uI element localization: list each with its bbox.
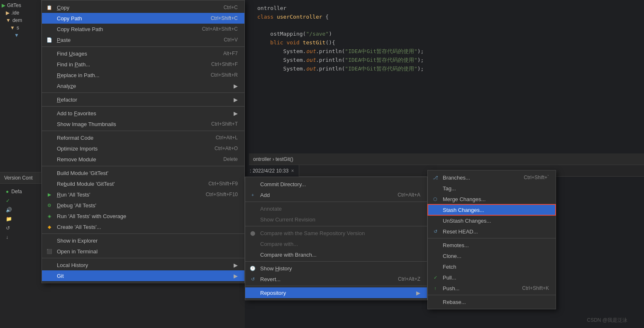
push-icon: ↑ bbox=[432, 285, 439, 292]
tree-item-file[interactable]: ▼ bbox=[0, 32, 41, 39]
tree-item-ide[interactable]: ▶ .ide bbox=[0, 9, 41, 17]
git-menu-revert[interactable]: ↺ Revert... Ctrl+Alt+Z bbox=[245, 274, 427, 284]
tree-item-dem[interactable]: ▼ dem bbox=[0, 17, 41, 24]
refresh-icon: ↺ bbox=[6, 225, 10, 231]
plus-icon: + bbox=[249, 192, 256, 198]
menu-item-copy-path[interactable]: Copy Path Ctrl+Shift+C bbox=[42, 13, 244, 24]
menu-label: Reformat Code bbox=[57, 135, 93, 141]
menu-label: Open in Terminal bbox=[57, 248, 98, 255]
repo-menu-reset-head[interactable]: ↺ Reset HEAD... bbox=[428, 226, 556, 237]
vc-title: Version Cont bbox=[4, 175, 33, 181]
menu-item-find-in-path[interactable]: Find in Path... Ctrl+Shift+F bbox=[42, 59, 244, 70]
menu-item-copy[interactable]: 📋 Copy Ctrl+C bbox=[42, 2, 244, 13]
branch-icon: ● bbox=[6, 189, 9, 194]
folder-label: .ide bbox=[11, 10, 19, 16]
menu-item-add-favorites[interactable]: Add to Favorites ▶ bbox=[42, 108, 244, 119]
menu-item-reformat[interactable]: Reformat Code Ctrl+Alt+L bbox=[42, 132, 244, 143]
menu-item-run-coverage[interactable]: ◈ Run 'All Tests' with Coverage bbox=[42, 211, 244, 221]
git-menu-show-revision: Show Current Revision bbox=[245, 214, 427, 225]
paste-icon: 📄 bbox=[46, 36, 53, 43]
git-menu-show-history[interactable]: 🕐 Show History bbox=[245, 263, 427, 274]
menu-label: Run 'All Tests' with Coverage bbox=[57, 213, 126, 219]
menu-item-analyze[interactable]: Analyze ▶ bbox=[42, 80, 244, 91]
menu-shortcut: Ctrl+C bbox=[224, 5, 238, 10]
menu-label: Revert... bbox=[260, 276, 281, 282]
menu-item-open-terminal[interactable]: ⬛ Open in Terminal bbox=[42, 246, 244, 257]
folder-icon: ▶ bbox=[6, 10, 10, 16]
menu-item-remove-module[interactable]: Remove Module Delete bbox=[42, 154, 244, 165]
repo-menu-fetch[interactable]: Fetch bbox=[428, 261, 556, 272]
tree-item-s[interactable]: ▼ s bbox=[0, 24, 41, 32]
git-menu-commit-dir[interactable]: Commit Directory... bbox=[245, 179, 427, 190]
menu-item-refactor[interactable]: Refactor ▶ bbox=[42, 94, 244, 105]
menu-item-show-explorer[interactable]: Show in Explorer bbox=[42, 235, 244, 246]
menu-item-paste[interactable]: 📄 Paste Ctrl+V bbox=[42, 34, 244, 45]
project-label: GitTes bbox=[7, 2, 21, 8]
menu-shortcut: Ctrl+Shift+C bbox=[211, 15, 238, 21]
repo-menu-rebase[interactable]: Rebase... bbox=[428, 296, 556, 307]
git-menu-compare-branch[interactable]: Compare with Branch... bbox=[245, 249, 427, 260]
repo-menu-tag[interactable]: Tag... bbox=[428, 183, 556, 194]
menu-item-copy-relative-path[interactable]: Copy Relative Path Ctrl+Alt+Shift+C bbox=[42, 24, 244, 34]
code-editor[interactable]: ontroller class userController { ostMapp… bbox=[249, 0, 644, 153]
code-line: System.out.println("IDEA中Git暂存代码的使用"); bbox=[257, 65, 636, 73]
repo-menu-push[interactable]: ↑ Push... Ctrl+Shift+K bbox=[428, 283, 556, 294]
menu-separator bbox=[42, 166, 244, 166]
repo-menu-pull[interactable]: ✓ Pull... bbox=[428, 272, 556, 283]
menu-label: Clone... bbox=[443, 253, 461, 259]
copy-icon: 📋 bbox=[46, 4, 53, 11]
menu-label: Add bbox=[260, 192, 270, 198]
repo-menu-unstash[interactable]: UnStash Changes... bbox=[428, 215, 556, 226]
menu-separator bbox=[428, 238, 556, 238]
menu-item-local-history[interactable]: Local History ▶ bbox=[42, 260, 244, 270]
menu-item-build-module[interactable]: Build Module 'GitTest' bbox=[42, 168, 244, 178]
menu-separator bbox=[245, 226, 427, 226]
menu-label: Compare with the Same Repository Version bbox=[260, 230, 365, 236]
menu-label: Fetch bbox=[443, 264, 456, 270]
menu-label: UnStash Changes... bbox=[443, 218, 491, 224]
menu-separator bbox=[245, 202, 427, 202]
editor-tab[interactable]: : 2022/4/22 10:33 × bbox=[245, 165, 299, 177]
menu-label: Tag... bbox=[443, 185, 456, 192]
git-menu-add[interactable]: + Add Ctrl+Alt+A bbox=[245, 190, 427, 200]
menu-item-replace-in-path[interactable]: Replace in Path... Ctrl+Shift+R bbox=[42, 70, 244, 80]
menu-item-create-tests[interactable]: ◆ Create 'All Tests'... bbox=[42, 221, 244, 232]
tree-item-project[interactable]: ▶ GitTes bbox=[0, 2, 41, 9]
repo-menu-stash[interactable]: Stash Changes... bbox=[428, 204, 556, 215]
menu-separator bbox=[42, 46, 244, 47]
repo-menu-clone[interactable]: Clone... bbox=[428, 250, 556, 261]
menu-item-rebuild-module[interactable]: Rebuild Module 'GitTest' Ctrl+Shift+F9 bbox=[42, 178, 244, 189]
menu-label: Repository bbox=[260, 290, 286, 296]
menu-arrow: ▶ bbox=[234, 273, 238, 279]
repo-menu-branches[interactable]: ⎇ Branches... Ctrl+Shift+` bbox=[428, 172, 556, 183]
menu-shortcut: Ctrl+Alt+L bbox=[216, 135, 238, 141]
git-menu-compare-with: Compare with... bbox=[245, 238, 427, 249]
code-line: System.out.println("IDEA中Git暂存代码的使用"); bbox=[257, 56, 636, 65]
menu-shortcut: Ctrl+Shift+R bbox=[211, 72, 238, 78]
revert-icon: ↺ bbox=[249, 276, 256, 282]
repo-menu-remotes[interactable]: Remotes... bbox=[428, 240, 556, 250]
repo-menu-merge[interactable]: ⬡ Merge Changes... bbox=[428, 194, 556, 204]
menu-item-optimize-imports[interactable]: Optimize Imports Ctrl+Alt+O bbox=[42, 143, 244, 154]
menu-item-git[interactable]: Git ▶ bbox=[42, 270, 244, 281]
menu-label: Compare with Branch... bbox=[260, 252, 317, 258]
close-icon[interactable]: × bbox=[291, 168, 294, 174]
git-menu-repository[interactable]: Repository ▶ bbox=[245, 287, 427, 298]
menu-label: Find in Path... bbox=[57, 61, 90, 68]
clock-icon: 🕐 bbox=[249, 265, 256, 272]
menu-item-debug-tests[interactable]: ⚙ Debug 'All Tests' bbox=[42, 200, 244, 211]
menu-separator bbox=[42, 233, 244, 234]
volume-icon: 🔊 bbox=[6, 207, 12, 213]
create-icon: ◆ bbox=[46, 224, 53, 230]
code-line: ostMapping("/save") bbox=[257, 30, 636, 39]
menu-separator bbox=[245, 261, 427, 262]
menu-shortcut: Alt+F7 bbox=[223, 51, 238, 56]
repo-context-menu: ⎇ Branches... Ctrl+Shift+` Tag... ⬡ Merg… bbox=[427, 170, 556, 309]
folder-icon: ▼ bbox=[6, 17, 11, 23]
menu-item-show-thumbnails[interactable]: Show Image Thumbnails Ctrl+Shift+T bbox=[42, 119, 244, 129]
menu-label: Replace in Path... bbox=[57, 72, 100, 78]
menu-item-find-usages[interactable]: Find Usages Alt+F7 bbox=[42, 48, 244, 59]
code-line: blic void testGit(){ bbox=[257, 39, 636, 47]
menu-label: Copy bbox=[57, 5, 69, 11]
menu-item-run-tests[interactable]: ▶ Run 'All Tests' Ctrl+Shift+F10 bbox=[42, 189, 244, 200]
